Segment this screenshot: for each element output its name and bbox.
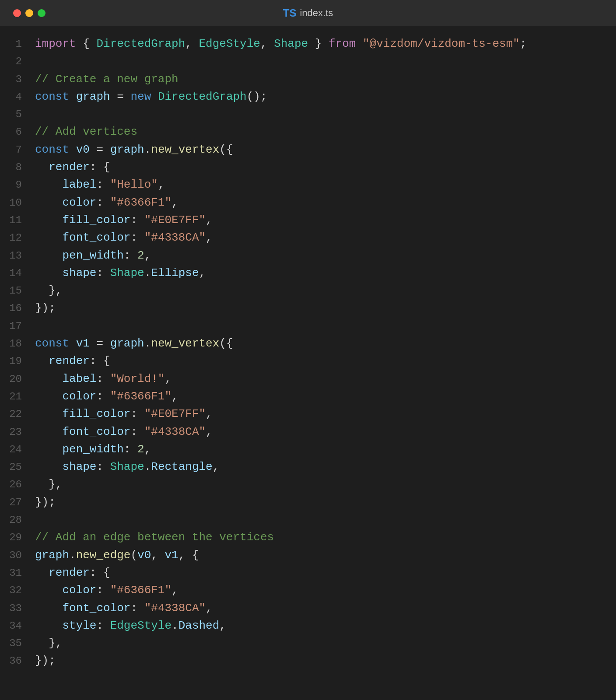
token-plain: . — [144, 266, 151, 280]
token-plain: . — [144, 460, 151, 473]
line-content: // Create a new graph — [35, 70, 607, 88]
token-plain: }, — [35, 284, 62, 297]
line-number: 33 — [9, 600, 35, 616]
code-line: 10 color: "#6366F1", — [0, 194, 616, 211]
line-number: 5 — [9, 106, 35, 122]
line-content: style: EdgeStyle.Dashed, — [35, 617, 607, 634]
token-plain: , — [206, 231, 213, 244]
line-content: label: "World!", — [35, 370, 607, 388]
token-property: shape — [62, 266, 96, 280]
line-content: }, — [35, 282, 607, 299]
line-number: 11 — [9, 212, 35, 228]
code-line: 15 }, — [0, 282, 616, 299]
line-content: label: "Hello", — [35, 176, 607, 193]
token-plain: , — [219, 619, 226, 632]
code-line: 35 }, — [0, 634, 616, 652]
token-plain: , — [260, 37, 274, 50]
line-number: 22 — [9, 406, 35, 422]
token-plain: { — [76, 37, 97, 50]
token-plain: : — [130, 425, 144, 438]
line-number: 25 — [9, 459, 35, 475]
line-content: render: { — [35, 158, 607, 176]
token-plain: : { — [90, 161, 110, 174]
token-plain: , — [172, 390, 178, 403]
line-content: font_color: "#4338CA", — [35, 423, 607, 441]
token-plain: . — [69, 549, 76, 562]
line-number: 10 — [9, 195, 35, 211]
token-plain: : — [96, 390, 110, 403]
line-number: 29 — [9, 529, 35, 546]
code-line: 6// Add vertices — [0, 123, 616, 140]
code-line: 1import { DirectedGraph, EdgeStyle, Shap… — [0, 35, 616, 52]
token-plain: , — [199, 266, 206, 280]
token-class-name: Shape — [274, 37, 308, 50]
minimize-button[interactable] — [25, 9, 33, 17]
code-line: 22 fill_color: "#E0E7FF", — [0, 405, 616, 423]
line-content: render: { — [35, 564, 607, 581]
line-number: 15 — [9, 283, 35, 299]
line-number: 24 — [9, 441, 35, 458]
token-plain — [35, 602, 62, 615]
token-class-name: DirectedGraph — [96, 37, 185, 50]
token-class-name: EdgeStyle — [199, 37, 260, 50]
line-number: 3 — [9, 71, 35, 88]
token-property: render — [49, 161, 90, 174]
token-plain: ({ — [219, 337, 233, 350]
token-method: new_vertex — [151, 337, 219, 350]
token-plain: ( — [130, 549, 137, 562]
token-plain: = — [90, 337, 110, 350]
token-plain: : { — [90, 354, 110, 368]
token-plain: , — [206, 602, 213, 615]
token-plain: , — [213, 460, 220, 473]
line-content: }); — [35, 652, 607, 669]
code-line: 2 — [0, 52, 616, 70]
line-content: fill_color: "#E0E7FF", — [35, 405, 607, 423]
token-property: color — [62, 196, 96, 209]
token-plain: = — [90, 143, 110, 156]
token-plain: }); — [35, 654, 56, 667]
token-plain: }, — [35, 637, 62, 650]
token-plain: : — [124, 249, 137, 262]
line-number: 35 — [9, 635, 35, 651]
token-plain — [35, 231, 62, 244]
code-line: 3// Create a new graph — [0, 70, 616, 88]
maximize-button[interactable] — [38, 9, 46, 17]
code-line: 13 pen_width: 2, — [0, 247, 616, 264]
token-property: label — [62, 372, 96, 385]
token-comment: // Add vertices — [35, 125, 137, 138]
line-number: 26 — [9, 476, 35, 493]
line-content — [35, 511, 607, 528]
code-line: 21 color: "#6366F1", — [0, 388, 616, 405]
token-plain — [35, 460, 62, 473]
line-content: color: "#6366F1", — [35, 388, 607, 405]
token-string: "#4338CA" — [144, 231, 206, 244]
line-number: 31 — [9, 565, 35, 581]
token-string: "#4338CA" — [144, 602, 206, 615]
code-line: 16}); — [0, 299, 616, 317]
line-number: 27 — [9, 494, 35, 511]
code-line: 30graph.new_edge(v0, v1, { — [0, 546, 616, 564]
token-plain: : — [96, 266, 110, 280]
line-content: render: { — [35, 352, 607, 370]
token-plain — [35, 619, 62, 632]
token-plain — [35, 249, 62, 262]
token-method: new_edge — [76, 549, 131, 562]
token-import-path: "@vizdom/vizdom-ts-esm" — [363, 37, 520, 50]
line-number: 34 — [9, 618, 35, 634]
token-plain: , — [144, 443, 151, 456]
token-identifier: v1 — [165, 549, 178, 562]
token-number: 2 — [137, 249, 144, 262]
token-string: "#6366F1" — [110, 584, 172, 597]
token-identifier: graph — [110, 143, 144, 156]
token-plain: : — [96, 196, 110, 209]
token-property: render — [49, 566, 90, 579]
token-plain — [151, 90, 158, 103]
line-number: 36 — [9, 653, 35, 669]
token-plain: : — [96, 372, 110, 385]
token-identifier: graph — [110, 337, 144, 350]
token-plain: (); — [247, 90, 267, 103]
token-comment: // Add an edge between the vertices — [35, 531, 274, 544]
token-plain: }); — [35, 496, 56, 509]
line-number: 8 — [9, 159, 35, 175]
close-button[interactable] — [13, 9, 21, 17]
